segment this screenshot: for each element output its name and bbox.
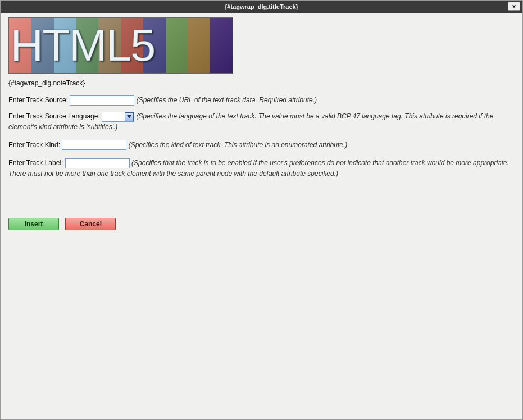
label-track-label: Enter Track Label: (8, 159, 63, 167)
banner-text: HTML5 (8, 18, 233, 73)
button-row: Insert Cancel (8, 218, 515, 230)
input-track-kind[interactable] (62, 140, 126, 150)
insert-button[interactable]: Insert (8, 218, 59, 230)
dialog-body: HTML5 {#tagwrap_dlg.noteTrack} Enter Tra… (1, 13, 522, 238)
label-track-srclang: Enter Track Source Language: (8, 112, 100, 120)
titlebar: {#tagwrap_dlg.titleTrack} x (1, 1, 522, 13)
chevron-down-icon (127, 115, 131, 118)
dialog-window: {#tagwrap_dlg.titleTrack} x HTML5 {#tagw… (0, 0, 523, 420)
banner-image: HTML5 (8, 17, 233, 74)
close-button[interactable]: x (508, 2, 520, 11)
row-track-kind: Enter Track Kind: (Specifies the kind of… (8, 140, 515, 150)
input-track-source[interactable] (70, 95, 134, 106)
row-track-label: Enter Track Label: (Specifies that the t… (8, 158, 515, 179)
input-track-label[interactable] (65, 158, 130, 168)
row-track-source: Enter Track Source: (Specifies the URL o… (8, 95, 515, 106)
label-track-kind: Enter Track Kind: (8, 141, 60, 149)
close-icon: x (512, 3, 516, 10)
label-track-source: Enter Track Source: (8, 96, 68, 104)
titlebar-title: {#tagwrap_dlg.titleTrack} (1, 3, 522, 10)
select-track-srclang-wrap (102, 112, 134, 122)
cancel-button[interactable]: Cancel (65, 218, 116, 230)
note-text: {#tagwrap_dlg.noteTrack} (8, 79, 515, 87)
select-dropdown-button[interactable] (125, 112, 134, 121)
hint-track-source: (Specifies the URL of the text track dat… (137, 96, 317, 104)
row-track-srclang: Enter Track Source Language: (Specifies … (8, 111, 515, 132)
hint-track-kind: (Specifies the kind of text track. This … (129, 141, 348, 149)
